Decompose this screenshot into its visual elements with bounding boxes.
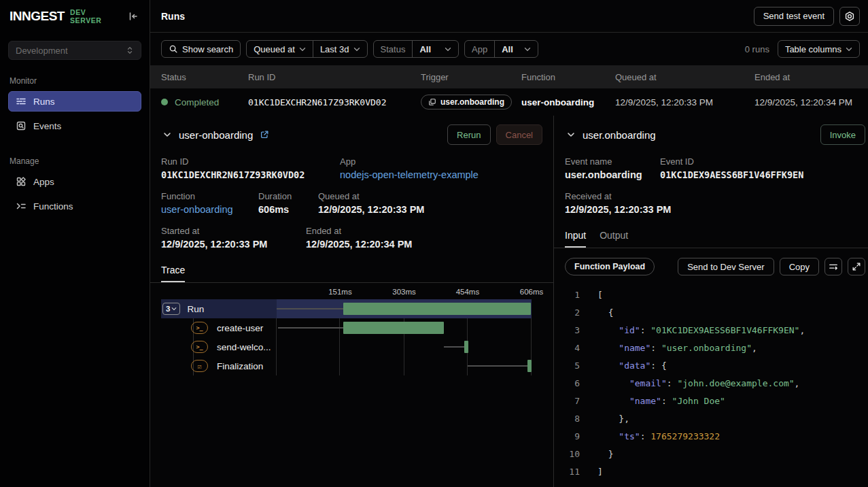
trace-duration-bar[interactable]	[343, 322, 444, 334]
tab-input[interactable]: Input	[565, 230, 586, 248]
wrap-lines-button[interactable]	[824, 258, 842, 275]
code-line: "data": {	[597, 357, 805, 375]
code-line: "name": "John Doe"	[597, 392, 805, 410]
ended-at-label: Ended at	[306, 226, 412, 236]
payload-code-viewer[interactable]: 1234567891011 [ { "id": "01KC1DEX9AESS6B…	[554, 286, 868, 487]
duration-field: Duration 606ms	[258, 191, 318, 215]
code-content: [ { "id": "01KC1DEX9AESS6BF1V46FFK9EN", …	[580, 286, 805, 487]
function-field: Function user-onboarding	[161, 191, 258, 215]
trace-row-name: >_create-user	[161, 322, 277, 334]
table-columns-label: Table columns	[785, 44, 841, 54]
environment-select-value: Development	[16, 46, 68, 56]
col-trigger: Trigger	[421, 72, 521, 82]
time-field-value: Queued at	[254, 44, 295, 54]
trigger-badge[interactable]: user.onboarding	[421, 95, 512, 110]
sidebar-item-apps[interactable]: Apps	[8, 171, 141, 192]
apps-icon	[16, 176, 27, 187]
event-id-label: Event ID	[660, 156, 803, 167]
external-link-icon[interactable]	[258, 129, 271, 141]
sidebar-item-events[interactable]: Events	[8, 116, 141, 136]
rerun-button[interactable]: Rerun	[447, 124, 490, 145]
event-id-value: 01KC1DEX9AESS6BF1V46FFK9EN	[660, 169, 803, 180]
function-payload-chip: Function Payload	[565, 258, 655, 275]
send-test-event-button[interactable]: Send test event	[754, 7, 834, 26]
trace-duration-bar[interactable]	[343, 303, 531, 315]
axis-tick-label: 303ms	[392, 288, 416, 296]
ended-at-value: 12/9/2025, 12:20:34 PM	[306, 239, 412, 250]
sidebar-section-monitor: Monitor	[10, 76, 141, 86]
cancel-button[interactable]: Cancel	[496, 124, 542, 145]
wrap-lines-icon	[829, 262, 838, 271]
col-run-id: Run ID	[248, 72, 421, 82]
chevron-down-icon	[353, 47, 360, 52]
time-field-dropdown[interactable]: Queued at	[247, 41, 313, 57]
expand-children-badge[interactable]: 3	[162, 303, 180, 315]
queued-at-label: Queued at	[318, 191, 424, 201]
trace-row-create-user[interactable]: >_create-user	[161, 318, 532, 337]
invoke-button[interactable]: Invoke	[820, 124, 865, 145]
table-columns-dropdown[interactable]: Table columns	[778, 41, 859, 57]
step-terminal-icon: >_	[191, 322, 208, 334]
collapse-sidebar-icon[interactable]	[125, 8, 141, 24]
search-icon	[169, 44, 178, 54]
trace-queued-line	[278, 327, 343, 329]
function-label: Function	[161, 191, 258, 201]
trace-queued-line	[444, 346, 466, 348]
collapse-event-chevron-icon[interactable]	[565, 129, 577, 141]
event-icon	[428, 98, 436, 106]
settings-button[interactable]	[839, 7, 860, 26]
trace-span-chart	[277, 318, 532, 337]
table-row[interactable]: Completed 01KC1DEXCHR2N617Z93RK0VD02 use…	[150, 88, 868, 116]
status-filter-label-seg: Status	[374, 41, 413, 57]
sidebar-item-label: Runs	[33, 97, 55, 107]
trace-queued-line	[277, 308, 343, 309]
sidebar-item-label: Apps	[33, 177, 54, 187]
send-to-dev-server-button[interactable]: Send to Dev Server	[678, 258, 774, 275]
time-range-dropdown[interactable]: Last 3d	[313, 41, 367, 57]
trigger-label: user.onboarding	[440, 97, 504, 107]
table-header: Status Run ID Trigger Function Queued at…	[150, 65, 868, 88]
copy-button[interactable]: Copy	[780, 258, 819, 275]
code-line: "id": "01KC1DEX9AESS6BF1V46FFK9EN",	[597, 322, 805, 339]
ended-at-cell: 12/9/2025, 12:20:34 PM	[754, 97, 868, 107]
trace-duration-bar[interactable]	[464, 341, 468, 353]
status-filter-value: All	[419, 44, 431, 54]
collapse-run-chevron-icon[interactable]	[161, 129, 173, 141]
col-queued-at: Queued at	[615, 72, 754, 82]
tab-output[interactable]: Output	[600, 230, 628, 248]
show-search-label: Show search	[182, 44, 233, 54]
event-details-panel: user.onboarding Invoke Event name user.o…	[553, 116, 868, 487]
trace-row-send-welco-[interactable]: >_send-welco...	[161, 337, 532, 356]
step-terminal-icon: >_	[191, 341, 208, 353]
function-link[interactable]: user-onboarding	[161, 204, 258, 215]
code-line: [	[597, 286, 805, 304]
trace-row-run[interactable]: 3Run	[161, 299, 532, 318]
chevron-down-icon	[846, 47, 852, 52]
trace-span-chart	[277, 356, 532, 375]
tab-trace[interactable]: Trace	[161, 265, 185, 282]
received-at-field: Received at 12/9/2025, 12:20:33 PM	[565, 191, 671, 215]
started-at-label: Started at	[161, 226, 306, 236]
trace-row-name: >_send-welco...	[161, 341, 277, 353]
app-field: App nodejs-open-telemetry-example	[340, 156, 479, 180]
app-filter-group: App All	[464, 40, 538, 58]
functions-icon	[16, 201, 27, 212]
app-filter-dropdown[interactable]: All	[494, 41, 538, 57]
code-line: "name": "user.onboarding",	[597, 339, 805, 357]
topbar: Runs Send test event	[150, 0, 868, 33]
event-title: user.onboarding	[583, 129, 656, 141]
environment-select[interactable]: Development	[8, 41, 141, 60]
show-search-button[interactable]: Show search	[162, 41, 240, 57]
app-link[interactable]: nodejs-open-telemetry-example	[340, 169, 479, 180]
expand-payload-button[interactable]	[848, 258, 865, 275]
dev-server-badge: DEV SERVER	[70, 8, 120, 24]
queued-at-value: 12/9/2025, 12:20:33 PM	[318, 204, 424, 215]
duration-label: Duration	[258, 191, 318, 201]
sidebar-item-label: Events	[33, 121, 61, 131]
sidebar-item-functions[interactable]: Functions	[8, 196, 141, 216]
trace-duration-bar[interactable]	[527, 360, 532, 372]
expand-icon	[852, 262, 861, 271]
status-filter-dropdown[interactable]: All	[412, 41, 458, 57]
trace-row-finalization[interactable]: ☑Finalization	[161, 356, 532, 375]
sidebar-item-runs[interactable]: Runs	[8, 91, 141, 112]
